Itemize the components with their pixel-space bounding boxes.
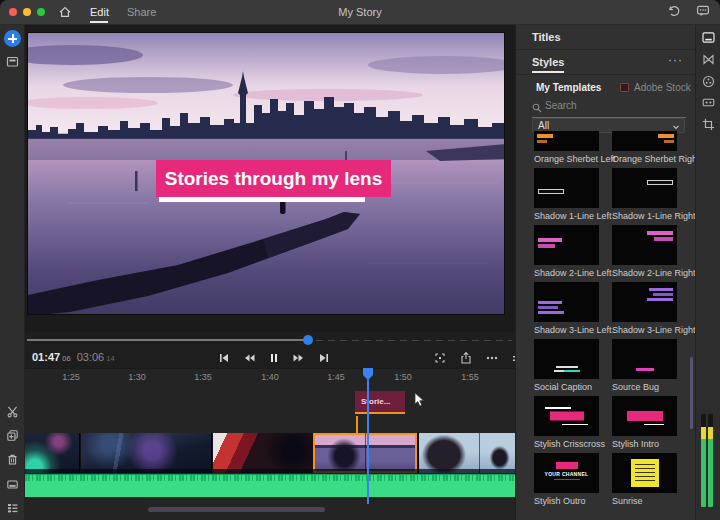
template-thumbnail[interactable]	[612, 453, 677, 493]
media-browser-icon[interactable]	[5, 54, 20, 69]
video-clip-5[interactable]	[418, 433, 515, 473]
forward-button[interactable]	[290, 349, 308, 366]
transitions-panel-icon[interactable]	[700, 51, 717, 68]
template-thumbnail[interactable]	[612, 282, 677, 322]
titles-panel-icon[interactable]	[700, 29, 717, 46]
timeline: 1:25 1:30 1:35 1:40 1:45 1:50 1:55 Stori…	[25, 368, 515, 520]
tools-strip	[695, 25, 720, 520]
video-frame[interactable]: Stories through my lens	[27, 32, 505, 315]
crop-panel-icon[interactable]	[700, 116, 717, 133]
tab-my-templates[interactable]: My Templates	[536, 82, 601, 93]
template-label: Shadow 1-Line Left	[534, 210, 599, 222]
playhead[interactable]	[367, 368, 369, 504]
template-item[interactable]: Shadow 2-Line Left	[534, 225, 599, 279]
title-track: Storie...	[25, 386, 515, 433]
timeline-horizontal-scrollbar[interactable]	[148, 507, 325, 512]
template-label: Stylish Outro	[534, 495, 599, 507]
template-item[interactable]: YOUR CHANNELStylish Outro	[534, 453, 599, 507]
panel-header: Titles	[516, 25, 696, 50]
audio-panel-icon[interactable]	[700, 94, 717, 111]
search-bar[interactable]	[516, 100, 696, 118]
color-panel-icon[interactable]	[700, 73, 717, 90]
duplicate-clip-icon[interactable]	[5, 428, 20, 443]
template-item[interactable]: Shadow 1-Line Right	[612, 168, 677, 222]
ruler-tick: 1:35	[194, 372, 212, 382]
template-thumbnail[interactable]	[534, 339, 599, 379]
template-item[interactable]: Source Bug	[612, 339, 677, 393]
close-window-button[interactable]	[9, 8, 17, 16]
template-thumbnail[interactable]	[534, 225, 599, 265]
template-label: Shadow 2-Line Left	[534, 267, 599, 279]
title-clip[interactable]: Storie...	[355, 391, 405, 414]
template-item[interactable]: Stylish Crisscross	[534, 396, 599, 450]
expand-tracks-icon[interactable]	[5, 477, 20, 492]
scrub-handle[interactable]	[303, 335, 313, 345]
export-icon[interactable]	[457, 349, 475, 366]
ruler-tick: 1:40	[261, 372, 279, 382]
previous-clip-button[interactable]	[215, 349, 233, 366]
template-item[interactable]: Stylish Intro	[612, 396, 677, 450]
home-icon[interactable]	[58, 5, 72, 19]
tab-edit[interactable]: Edit	[90, 0, 109, 25]
template-thumbnail[interactable]	[612, 168, 677, 208]
template-thumbnail[interactable]	[534, 282, 599, 322]
edit-workspace: Stories through my lens 01:47 06 03:06 1…	[25, 25, 515, 520]
template-item[interactable]: Shadow 1-Line Left	[534, 168, 599, 222]
search-icon	[532, 103, 542, 113]
ruler-tick: 1:30	[128, 372, 146, 382]
preview-scrub-bar[interactable]	[25, 332, 515, 348]
feedback-icon[interactable]	[696, 4, 710, 22]
template-scrollbar[interactable]	[690, 357, 693, 429]
search-input[interactable]	[545, 100, 675, 111]
audio-level-meter-left	[701, 414, 706, 507]
template-thumbnail[interactable]	[612, 131, 677, 151]
ruler-tick: 1:45	[327, 372, 345, 382]
template-thumbnail[interactable]: YOUR CHANNEL	[534, 453, 599, 493]
video-clip-2[interactable]	[81, 433, 212, 473]
template-item[interactable]: Orange Sherbet Left	[534, 131, 599, 165]
template-label: Orange Sherbet Right	[612, 153, 677, 165]
window-controls[interactable]	[0, 8, 53, 16]
fullscreen-icon[interactable]	[431, 349, 449, 366]
template-item[interactable]: Orange Sherbet Right	[612, 131, 677, 165]
tab-styles[interactable]: Styles	[532, 50, 564, 74]
template-thumbnail[interactable]	[612, 225, 677, 265]
titlebar: Edit Share My Story	[0, 0, 720, 25]
split-clip-icon[interactable]	[5, 404, 20, 419]
adobe-stock-icon	[620, 83, 629, 92]
chevron-down-icon	[672, 123, 680, 131]
more-options-icon[interactable]	[483, 349, 501, 366]
template-label: Shadow 3-Line Right	[612, 324, 677, 336]
template-thumbnail[interactable]	[612, 339, 677, 379]
panel-menu-icon[interactable]: ···	[668, 48, 683, 73]
template-thumbnail[interactable]	[534, 396, 599, 436]
template-thumbnail[interactable]	[612, 396, 677, 436]
next-clip-button[interactable]	[315, 349, 333, 366]
template-item[interactable]: Shadow 2-Line Right	[612, 225, 677, 279]
video-clip-3[interactable]	[213, 433, 313, 473]
template-item[interactable]: Shadow 3-Line Left	[534, 282, 599, 336]
tab-share[interactable]: Share	[127, 0, 156, 25]
template-label: Stylish Crisscross	[534, 438, 599, 450]
app-window: Edit Share My Story	[0, 0, 720, 520]
pause-button[interactable]	[265, 349, 283, 366]
add-media-button[interactable]	[4, 30, 21, 47]
zoom-window-button[interactable]	[37, 8, 45, 16]
template-thumbnail[interactable]	[534, 168, 599, 208]
minimize-window-button[interactable]	[23, 8, 31, 16]
template-item[interactable]: Shadow 3-Line Right	[612, 282, 677, 336]
template-item[interactable]: Sunrise	[612, 453, 677, 507]
template-thumbnail[interactable]	[534, 131, 599, 151]
scrub-progress	[27, 339, 307, 341]
template-item[interactable]: Social Caption	[534, 339, 599, 393]
track-controls-icon[interactable]	[5, 500, 20, 515]
title-overlay[interactable]: Stories through my lens	[156, 160, 391, 197]
timeline-ruler[interactable]: 1:25 1:30 1:35 1:40 1:45 1:50 1:55	[25, 369, 515, 386]
audio-clip[interactable]	[25, 474, 515, 497]
rewind-button[interactable]	[240, 349, 258, 366]
video-clip-1[interactable]	[25, 433, 80, 473]
tab-adobe-stock[interactable]: Adobe Stock	[620, 82, 691, 93]
undo-icon[interactable]	[667, 4, 681, 22]
delete-clip-icon[interactable]	[5, 452, 20, 467]
video-clip-4-selected[interactable]	[313, 433, 417, 473]
